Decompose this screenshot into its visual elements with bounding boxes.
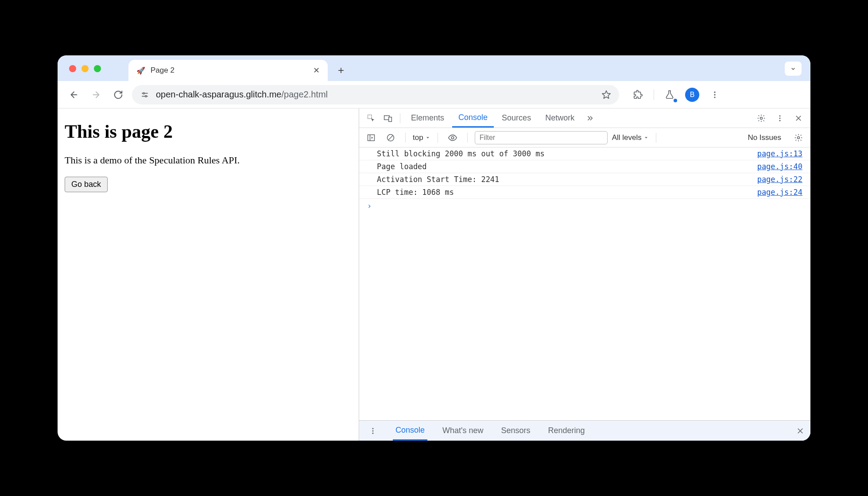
console-row: LCP time: 1068 ms page.js:24 <box>359 186 810 199</box>
browser-tab[interactable]: 🚀 Page 2 ✕ <box>128 60 328 81</box>
tab-title: Page 2 <box>151 66 308 75</box>
svg-point-18 <box>451 136 454 139</box>
drawer-tab-rendering[interactable]: Rendering <box>546 421 588 441</box>
console-row: Activation Start Time: 2241 page.js:22 <box>359 173 810 186</box>
tab-sources[interactable]: Sources <box>496 108 537 128</box>
chevron-down-icon <box>790 65 797 72</box>
new-tab-button[interactable]: + <box>333 62 349 78</box>
close-icon <box>794 114 802 122</box>
labs-button[interactable] <box>661 86 678 103</box>
svg-point-19 <box>798 136 800 139</box>
arrow-left-icon <box>69 90 79 100</box>
flask-icon <box>665 90 674 100</box>
svg-point-22 <box>372 432 374 434</box>
devtools-panel: Elements Console Sources Network <box>359 108 810 441</box>
tab-network[interactable]: Network <box>539 108 581 128</box>
drawer-tab-whatsnew[interactable]: What's new <box>440 421 486 441</box>
console-prompt[interactable]: › <box>359 199 810 213</box>
log-message: LCP time: 1068 ms <box>377 188 757 197</box>
clear-icon <box>386 133 395 142</box>
address-bar[interactable]: open-chalk-asparagus.glitch.me/page2.htm… <box>132 85 619 105</box>
more-tabs-button[interactable] <box>582 111 597 126</box>
svg-point-12 <box>779 117 781 119</box>
divider <box>654 89 654 100</box>
close-icon <box>796 427 804 435</box>
svg-point-6 <box>714 97 715 98</box>
close-drawer-button[interactable] <box>796 427 804 435</box>
page-description: This is a demo of the Speculation Rules … <box>65 155 352 166</box>
tab-bar: 🚀 Page 2 ✕ + <box>58 55 810 81</box>
devtools-tab-bar: Elements Console Sources Network <box>359 108 810 128</box>
bookmark-button[interactable] <box>601 90 611 100</box>
toggle-sidebar-button[interactable] <box>364 130 379 145</box>
drawer-menu-button[interactable] <box>365 423 380 438</box>
devtools-menu-button[interactable] <box>772 111 787 126</box>
puzzle-icon <box>633 90 643 100</box>
browser-toolbar: open-chalk-asparagus.glitch.me/page2.htm… <box>58 81 810 108</box>
tabs-dropdown-button[interactable] <box>785 62 802 76</box>
device-toolbar-button[interactable] <box>380 111 395 126</box>
svg-point-10 <box>760 117 763 119</box>
minimize-window-button[interactable] <box>81 65 89 72</box>
triangle-down-icon <box>425 135 430 140</box>
log-levels-selector[interactable]: All levels <box>612 133 649 142</box>
close-window-button[interactable] <box>69 65 76 72</box>
reload-button[interactable] <box>110 86 127 103</box>
devtools-settings-button[interactable] <box>754 111 769 126</box>
main-area: This is page 2 This is a demo of the Spe… <box>58 108 810 441</box>
log-source-link[interactable]: page.js:40 <box>757 162 802 171</box>
tab-elements[interactable]: Elements <box>405 108 450 128</box>
inspect-element-button[interactable] <box>364 111 379 126</box>
divider <box>405 133 406 143</box>
inspect-icon <box>367 114 376 123</box>
log-source-link[interactable]: page.js:22 <box>757 175 802 184</box>
svg-rect-14 <box>368 135 375 140</box>
filter-input[interactable] <box>475 131 608 144</box>
kebab-icon <box>776 114 784 122</box>
clear-console-button[interactable] <box>383 130 398 145</box>
live-expression-button[interactable] <box>445 130 460 145</box>
chevrons-right-icon <box>586 114 594 122</box>
console-row: Page loaded page.js:40 <box>359 160 810 173</box>
triangle-down-icon <box>643 135 649 140</box>
svg-point-13 <box>779 120 781 121</box>
svg-line-17 <box>388 136 393 140</box>
drawer-tab-sensors[interactable]: Sensors <box>499 421 533 441</box>
log-message: Activation Start Time: 2241 <box>377 175 757 184</box>
drawer-tab-console[interactable]: Console <box>393 421 427 441</box>
log-source-link[interactable]: page.js:24 <box>757 188 802 197</box>
close-tab-button[interactable]: ✕ <box>313 66 320 75</box>
page-heading: This is page 2 <box>65 121 352 142</box>
issues-status[interactable]: No Issues <box>748 133 781 142</box>
back-button[interactable] <box>66 86 82 103</box>
notification-dot <box>674 99 677 102</box>
console-settings-button[interactable] <box>791 130 806 145</box>
svg-rect-9 <box>389 117 392 121</box>
browser-menu-button[interactable] <box>706 86 723 103</box>
close-devtools-button[interactable] <box>791 111 806 126</box>
eye-icon <box>448 133 457 143</box>
gear-icon <box>794 133 803 142</box>
maximize-window-button[interactable] <box>94 65 101 72</box>
tab-console[interactable]: Console <box>452 108 494 128</box>
site-info-icon[interactable] <box>140 90 150 100</box>
log-message: Still blocking 2000 ms out of 3000 ms <box>377 149 757 158</box>
profile-avatar[interactable]: B <box>685 88 699 102</box>
log-source-link[interactable]: page.js:13 <box>757 149 802 158</box>
sidebar-icon <box>367 133 376 142</box>
devtools-drawer: Console What's new Sensors Rendering <box>359 420 810 441</box>
page-content: This is page 2 This is a demo of the Spe… <box>58 108 359 441</box>
console-row: Still blocking 2000 ms out of 3000 ms pa… <box>359 147 810 160</box>
devices-icon <box>384 114 392 123</box>
tab-favicon: 🚀 <box>136 66 145 75</box>
divider <box>400 113 400 123</box>
divider <box>656 133 656 143</box>
reload-icon <box>113 90 123 100</box>
go-back-button[interactable]: Go back <box>65 177 108 192</box>
svg-rect-7 <box>368 115 372 118</box>
forward-button[interactable] <box>88 86 105 103</box>
divider <box>467 133 468 143</box>
extensions-button[interactable] <box>630 86 647 103</box>
context-selector[interactable]: top <box>413 133 430 142</box>
console-toolbar: top All levels No Issues <box>359 128 810 147</box>
